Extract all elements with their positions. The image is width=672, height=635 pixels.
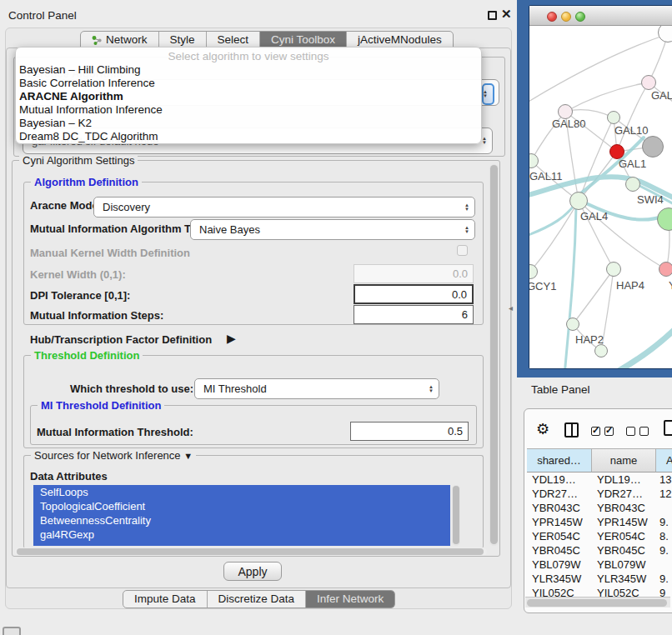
table-horizontal-scrollbar[interactable]: [525, 597, 670, 608]
doc-icon[interactable]: [664, 420, 672, 436]
close-icon[interactable]: ✕: [501, 7, 512, 22]
dpi-tolerance-label: DPI Tolerance [0,1]:: [30, 289, 130, 302]
table-cell[interactable]: YDR27…: [527, 487, 592, 501]
dock-panel-icon[interactable]: [3, 627, 21, 635]
table-cell[interactable]: YER054C: [592, 529, 656, 543]
unchecked-checkbox-icon[interactable]: [639, 427, 649, 436]
attribute-item[interactable]: TopologicalCoefficient: [33, 499, 450, 513]
kernel-width-input[interactable]: 0.0: [354, 264, 474, 283]
minimize-window-icon[interactable]: [561, 12, 571, 22]
popup-item-selected[interactable]: ARACNE Algorithm: [19, 90, 478, 103]
tab-discretize-data[interactable]: Discretize Data: [207, 591, 306, 608]
network-node[interactable]: [641, 75, 656, 90]
network-node[interactable]: [566, 318, 579, 331]
gear-icon[interactable]: ⚙: [536, 420, 549, 438]
apply-button[interactable]: Apply: [223, 562, 282, 581]
column-header-shared-name[interactable]: shared…: [527, 448, 592, 472]
tab-discretize-data-label: Discretize Data: [218, 591, 295, 608]
table-cell[interactable]: YBR045C: [592, 543, 656, 558]
table-cell[interactable]: 12: [656, 487, 672, 501]
settings-horizontal-scrollbar[interactable]: [15, 548, 487, 556]
checked-checkbox-icon[interactable]: [591, 427, 600, 436]
tab-infer-network[interactable]: Infer Network: [305, 591, 394, 608]
network-node[interactable]: [659, 262, 672, 277]
tab-cyni-toolbox[interactable]: Cyni Toolbox: [259, 32, 346, 48]
close-window-icon[interactable]: [547, 12, 557, 22]
attribute-item[interactable]: SelfLoops: [33, 485, 450, 499]
table-cell[interactable]: [656, 558, 672, 572]
float-panel-icon[interactable]: [488, 11, 497, 20]
table-cell[interactable]: YPR145W: [527, 515, 592, 529]
attribute-list-scrollbar[interactable]: [452, 485, 460, 546]
table-cell[interactable]: 9.: [656, 543, 672, 558]
mi-steps-input[interactable]: 6: [354, 305, 474, 324]
mi-steps-value: 6: [462, 308, 468, 321]
which-threshold-combo[interactable]: MI Threshold: [194, 378, 439, 399]
mi-type-combo[interactable]: Naive Bayes: [190, 219, 475, 240]
expand-right-icon[interactable]: ▶: [227, 332, 236, 345]
aracne-mode-combo[interactable]: Discovery: [93, 197, 475, 218]
table-cell[interactable]: 13: [656, 472, 672, 487]
settings-vertical-scrollbar[interactable]: [489, 164, 499, 546]
attribute-item[interactable]: gal4RGexp: [33, 528, 450, 542]
network-node[interactable]: [625, 177, 640, 192]
bottom-tabs: Impute Data Discretize Data Infer Networ…: [123, 590, 395, 608]
hub-definition-label[interactable]: Hub/Transcription Factor Definition: [30, 333, 212, 346]
network-node[interactable]: [594, 344, 608, 358]
tab-network-label: Network: [106, 32, 148, 48]
table-cell[interactable]: YPR145W: [592, 515, 656, 529]
table-cell[interactable]: YBR043C: [527, 501, 592, 515]
tab-style[interactable]: Style: [158, 32, 206, 48]
tab-network[interactable]: Network: [81, 32, 158, 48]
table-cell[interactable]: YDR27…: [592, 487, 656, 501]
popup-item[interactable]: Mutual Information Inference: [19, 103, 478, 117]
manual-kernel-checkbox[interactable]: [457, 245, 468, 256]
column-header-name[interactable]: name: [592, 448, 656, 472]
table-cell[interactable]: 9.: [656, 515, 672, 529]
zoom-window-icon[interactable]: [575, 12, 585, 22]
panel-divider-handle[interactable]: ◂: [509, 303, 513, 312]
algorithm-dropdown-popup: Select algorithm to view settings Bayesi…: [15, 47, 482, 144]
network-node[interactable]: [607, 111, 620, 124]
network-node[interactable]: [606, 262, 621, 277]
popup-item[interactable]: Bayesian – Hill Climbing: [19, 63, 478, 77]
header-label: A: [666, 454, 672, 467]
dpi-tolerance-input[interactable]: 0.0: [354, 284, 474, 304]
columns-icon[interactable]: [564, 422, 579, 438]
network-canvas[interactable]: GAL GAL80 GAL10 GAL1 GAL11 SWI4 GAL4 GCY…: [529, 26, 672, 369]
aracne-mode-value: Discovery: [103, 201, 150, 213]
table-cell[interactable]: YBR045C: [527, 543, 592, 558]
table-cell[interactable]: 9.: [656, 572, 672, 586]
mi-threshold-definition-title: MI Threshold Definition: [38, 399, 164, 412]
checked-checkbox-icon[interactable]: [604, 427, 614, 436]
table-cell[interactable]: YLR345W: [592, 572, 656, 586]
table-cell[interactable]: YBR043C: [592, 501, 656, 515]
column-header-partial[interactable]: A: [656, 448, 672, 472]
network-node[interactable]: [642, 136, 664, 158]
table-cell[interactable]: YDL19…: [527, 472, 592, 487]
network-window-titlebar[interactable]: [529, 6, 672, 26]
network-node[interactable]: [569, 192, 588, 210]
mi-threshold-input[interactable]: 0.5: [350, 422, 469, 441]
tab-select[interactable]: Select: [206, 32, 260, 48]
table-cell[interactable]: 8.: [656, 529, 672, 543]
table-cell[interactable]: YER054C: [527, 529, 592, 543]
tab-jactivemnodules[interactable]: jActiveMNodules: [346, 32, 453, 48]
aracne-mode-label: Aracne Mode:: [30, 199, 102, 212]
table-cell[interactable]: YLR345W: [527, 572, 592, 586]
popup-item[interactable]: Dream8 DC_TDC Algorithm: [19, 130, 478, 143]
node-label: GAL4: [580, 210, 608, 222]
tab-impute-data[interactable]: Impute Data: [123, 591, 207, 608]
algorithm-combo-spinner[interactable]: [482, 83, 494, 105]
table-cell[interactable]: YDL19…: [592, 472, 656, 487]
table-cell[interactable]: YBL079W: [527, 558, 592, 572]
mi-type-label: Mutual Information Algorithm Type:: [30, 222, 213, 235]
table-cell[interactable]: YBL079W: [592, 558, 656, 572]
node-label: GAL80: [552, 118, 585, 130]
collapse-down-icon[interactable]: ▼: [183, 451, 193, 461]
popup-item[interactable]: Basic Correlation Inference: [19, 77, 478, 90]
attribute-item[interactable]: BetweennessCentrality: [33, 513, 450, 528]
popup-item[interactable]: Bayesian – K2: [19, 117, 478, 130]
unchecked-checkbox-icon[interactable]: [626, 427, 635, 436]
table-cell[interactable]: [656, 501, 672, 515]
